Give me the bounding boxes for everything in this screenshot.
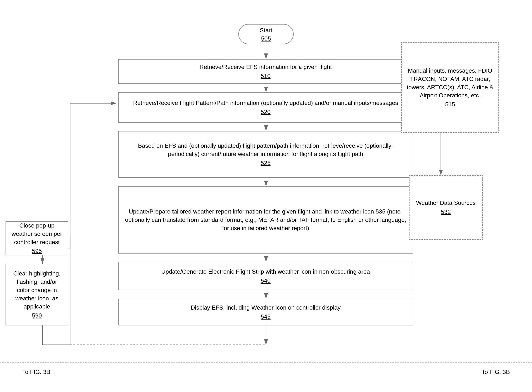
box525-ref: 525: [261, 159, 270, 167]
start-label: Start: [260, 26, 272, 34]
box545-label: Display EFS, including Weather Icon on c…: [191, 303, 340, 312]
box595-ref: 595: [32, 247, 42, 255]
box535-label: Update/Prepare tailored weather report i…: [123, 207, 408, 232]
box-520: Retrieve/Receive Flight Pattern/Path inf…: [118, 92, 413, 123]
box530-label: Weather Data Sources: [416, 199, 476, 207]
box510-label: Retrieve/Receive EFS information for a g…: [200, 63, 332, 71]
box515-label: Manual inputs, messages, FDIO TRACON, NO…: [405, 67, 495, 100]
box545-ref: 545: [261, 313, 270, 321]
box520-ref: 520: [261, 108, 270, 116]
to-fig-left: To FIG. 3B: [22, 369, 50, 375]
box530-ref: 532: [441, 208, 451, 216]
box540-label: Update/Generate Electronic Flight Strip …: [161, 267, 370, 276]
box-595: Close pop-up weather screen per controll…: [5, 221, 68, 255]
box-530: Weather Data Sources 532: [409, 175, 483, 240]
box595-label: Close pop-up weather screen per controll…: [10, 221, 63, 246]
box525-label: Based on EFS and (optionally updated) fl…: [123, 142, 408, 158]
box-535: Update/Prepare tailored weather report i…: [118, 186, 413, 253]
box-510: Retrieve/Receive EFS information for a g…: [118, 59, 413, 84]
box-525: Based on EFS and (optionally updated) fl…: [118, 131, 413, 178]
box520-label: Retrieve/Receive Flight Pattern/Path inf…: [133, 99, 398, 107]
box-540: Update/Generate Electronic Flight Strip …: [118, 262, 413, 290]
start-oval: Start 505: [238, 24, 294, 44]
box590-ref: 590: [32, 311, 42, 320]
box-515: Manual inputs, messages, FDIO TRACON, NO…: [401, 42, 499, 133]
bottom-dashed-line: [0, 362, 532, 363]
diagram-container: Start 505 Retrieve/Receive EFS informati…: [0, 0, 532, 392]
box510-ref: 510: [261, 72, 270, 80]
box590-label: Clear highlighting, flashing, and/or col…: [10, 269, 63, 311]
box-590: Clear highlighting, flashing, and/or col…: [5, 264, 68, 325]
box540-ref: 540: [261, 277, 270, 285]
box-545: Display EFS, including Weather Icon on c…: [118, 299, 413, 325]
start-ref: 505: [261, 35, 271, 42]
to-fig-right: To FIG. 3B: [482, 369, 510, 375]
box515-ref: 515: [445, 100, 455, 109]
